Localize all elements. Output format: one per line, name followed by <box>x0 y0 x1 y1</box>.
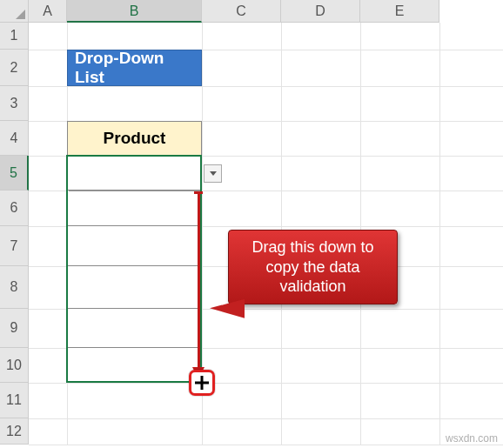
dropdown-button[interactable] <box>204 164 222 183</box>
fill-handle-cursor[interactable] <box>189 370 215 396</box>
callout-drag-instruction: Drag this down tocopy the datavalidation <box>228 230 398 304</box>
row-header-5[interactable]: 5 <box>0 156 29 191</box>
row-header-3[interactable]: 3 <box>0 86 29 121</box>
row-header-9[interactable]: 9 <box>0 309 29 348</box>
row-header-12[interactable]: 12 <box>0 418 29 445</box>
product-cell-row5[interactable] <box>67 156 202 191</box>
spreadsheet-grid: ABCDE 123456789101112 Drop-Down ListProd… <box>0 0 503 448</box>
row-header-10[interactable]: 10 <box>0 348 29 383</box>
table-header-product[interactable]: Product <box>67 121 202 156</box>
col-header-C[interactable]: C <box>202 0 281 23</box>
product-cell-row7[interactable] <box>67 226 202 266</box>
col-header-A[interactable]: A <box>29 0 67 23</box>
product-cell-row8[interactable] <box>67 266 202 309</box>
column-headers: ABCDE <box>0 0 503 23</box>
drag-arrow-line <box>198 192 200 367</box>
col-header-E[interactable]: E <box>360 0 439 23</box>
product-cell-row10[interactable] <box>67 348 202 383</box>
row-header-2[interactable]: 2 <box>0 50 29 86</box>
row-header-8[interactable]: 8 <box>0 266 29 309</box>
product-cell-row6[interactable] <box>67 191 202 226</box>
row-header-7[interactable]: 7 <box>0 226 29 266</box>
col-header-D[interactable]: D <box>281 0 360 23</box>
row-header-4[interactable]: 4 <box>0 121 29 156</box>
col-header-B[interactable]: B <box>67 0 202 23</box>
row-headers: 123456789101112 <box>0 23 29 448</box>
select-all-corner[interactable] <box>0 0 29 23</box>
title-cell[interactable]: Drop-Down List <box>67 50 202 86</box>
svg-rect-1 <box>195 382 209 384</box>
row-header-11[interactable]: 11 <box>0 383 29 418</box>
row-header-6[interactable]: 6 <box>0 191 29 226</box>
watermark: wsxdn.com <box>446 432 498 445</box>
row-header-1[interactable]: 1 <box>0 23 29 50</box>
product-cell-row9[interactable] <box>67 309 202 348</box>
